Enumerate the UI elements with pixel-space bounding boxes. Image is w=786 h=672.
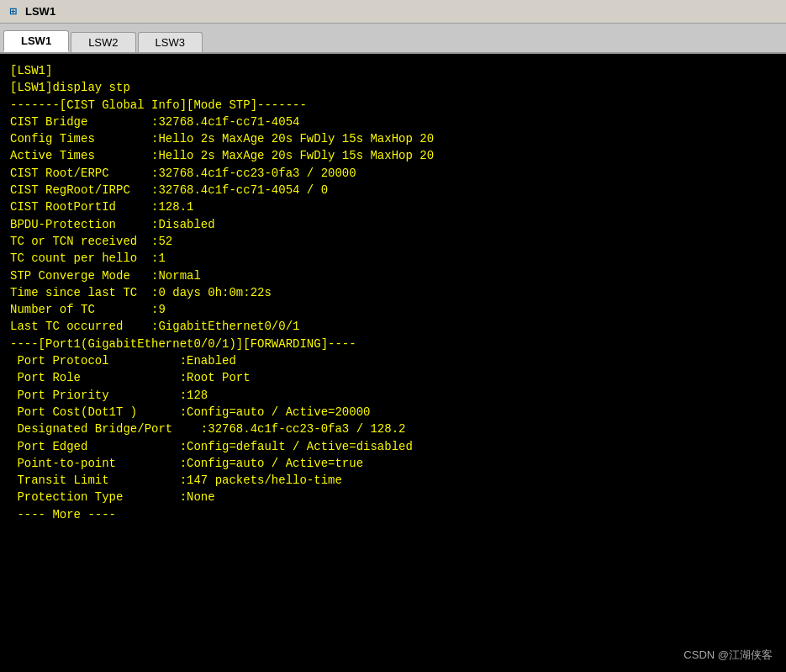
title-bar: ⊞ LSW1 [0,0,786,24]
watermark: CSDN @江湖侠客 [683,648,773,664]
terminal-content: [LSW1] [LSW1]display stp -------[CIST Gl… [10,62,776,523]
app-icon: ⊞ [7,5,20,19]
tab-bar: LSW1 LSW2 LSW3 [0,24,786,54]
terminal-area: [LSW1] [LSW1]display stp -------[CIST Gl… [0,54,786,672]
tab-lsw1[interactable]: LSW1 [3,30,69,52]
tab-lsw2[interactable]: LSW2 [71,32,135,52]
tab-lsw3[interactable]: LSW3 [138,32,203,52]
title-bar-text: LSW1 [25,5,55,18]
